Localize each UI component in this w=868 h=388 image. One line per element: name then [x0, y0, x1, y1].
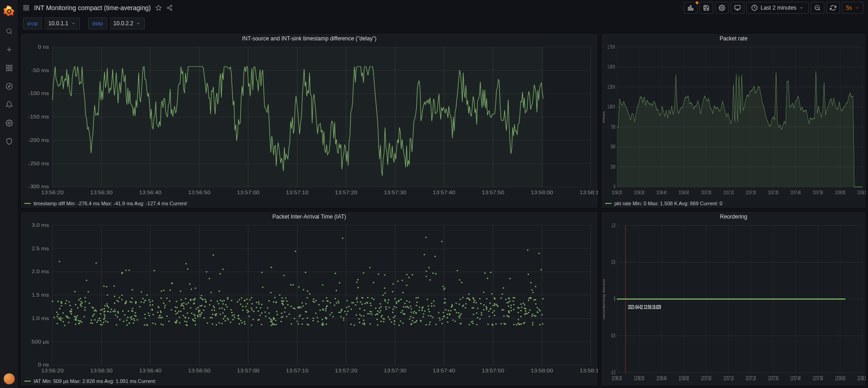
svg-point-621 [369, 302, 371, 304]
dashboards-breadcrumb-icon[interactable] [23, 5, 29, 11]
star-icon[interactable] [155, 5, 162, 11]
svg-point-406 [251, 297, 252, 298]
settings-button[interactable] [715, 2, 729, 14]
svg-point-238 [473, 298, 474, 299]
svg-point-346 [413, 312, 414, 314]
svg-point-1015 [508, 305, 509, 307]
svg-point-511 [160, 317, 161, 318]
panel-title: Packet rate [601, 34, 866, 42]
svg-point-737 [209, 304, 210, 305]
svg-point-366 [231, 311, 233, 313]
svg-point-9 [6, 83, 12, 89]
plus-icon[interactable] [3, 43, 16, 56]
svg-text:13:57:50: 13:57:50 [813, 190, 823, 196]
svg-point-970 [244, 323, 245, 324]
save-button[interactable] [699, 2, 713, 14]
svg-point-876 [175, 321, 176, 322]
svg-point-836 [392, 291, 393, 292]
shield-icon[interactable] [3, 135, 16, 148]
svg-point-575 [281, 300, 282, 301]
svg-point-630 [381, 315, 383, 316]
svg-point-802 [155, 323, 156, 325]
user-avatar[interactable] [4, 373, 15, 384]
alert-icon[interactable] [3, 98, 16, 111]
svg-point-637 [380, 310, 381, 311]
svg-point-312 [375, 314, 376, 315]
svg-point-840 [322, 300, 323, 302]
svg-point-676 [117, 311, 119, 312]
svg-point-226 [198, 311, 199, 312]
svg-point-952 [364, 303, 366, 304]
explore-icon[interactable] [3, 80, 16, 93]
dashboard-title[interactable]: INT Monitoring compact (time-averaging) [34, 4, 151, 11]
share-icon[interactable] [166, 5, 173, 11]
svg-point-351 [433, 305, 435, 306]
svg-point-367 [443, 288, 444, 290]
svg-point-706 [271, 320, 272, 321]
svg-point-1010 [64, 325, 65, 326]
search-icon[interactable] [3, 25, 16, 38]
dashboards-icon[interactable] [3, 62, 16, 74]
svg-marker-10 [8, 85, 10, 87]
tv-mode-button[interactable] [731, 2, 744, 14]
svg-point-885 [322, 319, 323, 320]
var-srcip-select[interactable]: 10.0.1.1 [45, 17, 79, 29]
svg-point-975 [517, 312, 519, 313]
svg-point-888 [442, 286, 443, 287]
svg-point-998 [486, 298, 488, 299]
add-panel-button[interactable] [684, 2, 698, 14]
svg-text:13:56:40: 13:56:40 [656, 375, 666, 381]
svg-point-1027 [532, 314, 533, 315]
svg-point-189 [230, 321, 231, 323]
svg-point-611 [532, 322, 533, 323]
svg-point-438 [387, 302, 388, 304]
svg-point-680 [524, 307, 525, 309]
svg-point-494 [392, 311, 393, 313]
panel-iat[interactable]: Packet Inter-Arrival Time (IAT) 3.0 ms2.… [20, 211, 598, 387]
grafana-logo[interactable] [3, 5, 16, 17]
svg-point-803 [89, 302, 90, 304]
refresh-interval-picker[interactable]: 5s [842, 2, 863, 14]
panel-reordering[interactable]: Reordering 1.00.50-0.5-1.013:56:2013:56:… [601, 211, 866, 387]
svg-point-161 [487, 277, 488, 279]
svg-point-163 [129, 301, 130, 302]
svg-point-894 [380, 306, 382, 307]
svg-point-393 [56, 311, 57, 313]
svg-point-941 [523, 322, 524, 324]
svg-point-1033 [213, 305, 214, 307]
time-range-picker[interactable]: Last 2 minutes [746, 2, 809, 14]
svg-point-882 [104, 317, 105, 319]
svg-point-322 [85, 297, 86, 298]
svg-point-1042 [475, 302, 477, 303]
svg-text:-250 ms: -250 ms [28, 160, 49, 166]
svg-point-598 [435, 324, 437, 325]
panel-delay[interactable]: INT-source and INT-sink timestamp differ… [20, 33, 598, 208]
svg-point-228 [391, 321, 392, 323]
svg-point-484 [204, 317, 205, 318]
refresh-button[interactable] [826, 2, 840, 14]
svg-point-500 [94, 319, 96, 321]
panel-packet-rate[interactable]: Packet rate 1.75 K1.50 K1.25 K1.00 K7505… [601, 33, 866, 208]
svg-point-971 [419, 309, 420, 311]
svg-point-578 [338, 312, 340, 313]
config-icon[interactable] [3, 117, 16, 129]
svg-point-503 [514, 297, 515, 298]
svg-point-391 [102, 324, 103, 325]
svg-point-175 [261, 324, 262, 325]
svg-point-943 [421, 309, 423, 311]
svg-point-919 [107, 321, 108, 322]
zoom-out-button[interactable] [811, 2, 824, 14]
svg-point-420 [61, 317, 62, 319]
svg-point-195 [508, 315, 509, 317]
svg-point-590 [520, 323, 522, 325]
svg-point-937 [171, 282, 173, 284]
svg-point-1038 [451, 304, 453, 305]
var-dstip-select[interactable]: 10.0.2.2 [110, 17, 145, 29]
svg-point-340 [170, 289, 171, 291]
svg-point-358 [227, 319, 229, 320]
svg-text:13:57:50: 13:57:50 [482, 367, 504, 373]
svg-text:13:56:30: 13:56:30 [634, 375, 644, 381]
svg-text:750: 750 [611, 124, 615, 130]
svg-line-31 [819, 9, 820, 11]
svg-text:13:56:30: 13:56:30 [90, 190, 113, 196]
